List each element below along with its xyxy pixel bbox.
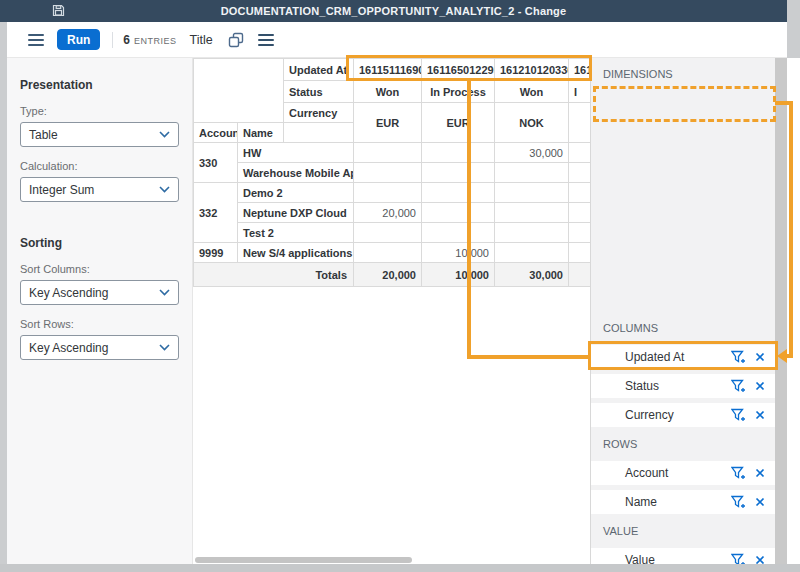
table-row: 332Demo 2 bbox=[194, 183, 591, 203]
field-item-value[interactable]: Value bbox=[591, 548, 775, 564]
pivot-header-value: In Process bbox=[422, 81, 495, 103]
calculation-select[interactable]: Integer Sum bbox=[20, 177, 179, 202]
add-filter-icon[interactable] bbox=[731, 408, 746, 422]
sort-columns-label: Sort Columns: bbox=[20, 263, 179, 275]
menu-icon[interactable] bbox=[28, 34, 44, 46]
title-toggle-button[interactable]: Title bbox=[190, 33, 213, 47]
pivot-totals-label: Totals bbox=[194, 263, 354, 287]
remove-icon[interactable] bbox=[755, 352, 765, 362]
drag-handle-icon[interactable] bbox=[601, 468, 615, 478]
remove-icon[interactable] bbox=[755, 555, 765, 564]
field-item-currency[interactable]: Currency bbox=[591, 403, 775, 427]
drag-handle-icon[interactable] bbox=[601, 497, 615, 507]
add-filter-icon[interactable] bbox=[731, 466, 746, 480]
pivot-value-cell bbox=[422, 223, 495, 243]
table-row: Warehouse Mobile Apps bbox=[194, 163, 591, 183]
pivot-value-cell: 30,000 bbox=[495, 143, 569, 163]
field-item-status[interactable]: Status bbox=[591, 374, 775, 398]
drag-handle-icon[interactable] bbox=[601, 410, 615, 420]
pivot-table-area: Updated At161151116901516116501229501612… bbox=[193, 58, 590, 564]
pivot-header-value: 1612101203303 bbox=[495, 59, 569, 81]
table-row: 330HW30,000 bbox=[194, 143, 591, 163]
entries-count: 6 bbox=[123, 33, 130, 47]
pivot-account-cell: 9999 bbox=[194, 243, 238, 263]
sort-rows-select[interactable]: Key Ascending bbox=[20, 335, 179, 360]
field-item-name[interactable]: Name bbox=[591, 490, 775, 514]
pivot-name-cell-test-2: Test 2 bbox=[238, 223, 354, 243]
field-item-label: Status bbox=[625, 379, 731, 393]
pivot-value-cell bbox=[422, 183, 495, 203]
entries-button[interactable]: 6 ENTRIES bbox=[123, 33, 176, 47]
remove-icon[interactable] bbox=[755, 468, 765, 478]
pivot-header-value: 1611511169015 bbox=[354, 59, 422, 81]
pivot-name-cell-new-s-4-applications: New S/4 applications bbox=[238, 243, 354, 263]
pivot-header-name: Name bbox=[238, 123, 284, 143]
pivot-header-label-updated-at: Updated At bbox=[284, 59, 354, 81]
overflow-menu-icon[interactable] bbox=[258, 34, 274, 46]
save-icon[interactable] bbox=[52, 4, 65, 19]
add-filter-icon[interactable] bbox=[731, 379, 746, 393]
table-row: Neptune DXP Cloud20,000 bbox=[194, 203, 591, 223]
window-title: DOCUMENTATION_CRM_OPPORTUNITY_ANALYTIC_2… bbox=[221, 5, 567, 17]
table-row: 9999New S/4 applications10,000 bbox=[194, 243, 591, 263]
toolbar: Run 6 ENTRIES Title bbox=[7, 22, 787, 58]
pivot-value-cell bbox=[569, 163, 591, 183]
pivot-value-cell bbox=[354, 163, 422, 183]
chevron-down-icon bbox=[159, 186, 170, 193]
add-filter-icon[interactable] bbox=[731, 495, 746, 509]
pivot-value-cell bbox=[495, 203, 569, 223]
pivot-totals-value: 20,000 bbox=[354, 263, 422, 287]
pivot-header-label-currency: Currency bbox=[284, 103, 354, 123]
add-filter-icon[interactable] bbox=[731, 350, 746, 364]
remove-icon[interactable] bbox=[755, 410, 765, 420]
pivot-name-cell-hw: HW bbox=[238, 143, 354, 163]
sort-columns-select[interactable]: Key Ascending bbox=[20, 280, 179, 305]
totals-row: Totals20,00010,00030,000 bbox=[194, 263, 591, 287]
pivot-name-cell-neptune-dxp-cloud: Neptune DXP Cloud bbox=[238, 203, 354, 223]
pivot-value-cell bbox=[422, 203, 495, 223]
entries-label: ENTRIES bbox=[134, 36, 177, 46]
copy-icon[interactable] bbox=[228, 32, 244, 48]
pivot-value-cell bbox=[495, 243, 569, 263]
pivot-totals-value: 10,000 bbox=[422, 263, 495, 287]
sort-rows-select-value: Key Ascending bbox=[29, 341, 108, 355]
drag-handle-icon[interactable] bbox=[601, 381, 615, 391]
pivot-value-cell bbox=[354, 243, 422, 263]
horizontal-scrollbar-thumb[interactable] bbox=[195, 557, 412, 563]
window-titlebar: DOCUMENTATION_CRM_OPPORTUNITY_ANALYTIC_2… bbox=[0, 0, 787, 22]
settings-panel: Presentation Type: Table Calculation: In… bbox=[7, 58, 193, 564]
remove-icon[interactable] bbox=[755, 497, 765, 507]
pivot-account-cell: 330 bbox=[194, 143, 238, 183]
field-item-updated-at[interactable]: Updated At bbox=[591, 345, 775, 369]
type-select[interactable]: Table bbox=[20, 122, 179, 147]
section-heading-columns: COLUMNS bbox=[591, 316, 775, 340]
pivot-value-cell: 20,000 bbox=[354, 203, 422, 223]
pivot-value-cell bbox=[569, 203, 591, 223]
pivot-value-cell bbox=[569, 223, 591, 243]
background-corner bbox=[787, 0, 800, 58]
section-heading-value: VALUE bbox=[591, 519, 775, 543]
add-filter-icon[interactable] bbox=[731, 553, 746, 564]
pivot-name-cell-demo-2: Demo 2 bbox=[238, 183, 354, 203]
pivot-value-cell bbox=[495, 223, 569, 243]
run-button[interactable]: Run bbox=[57, 29, 100, 50]
field-item-account[interactable]: Account bbox=[591, 461, 775, 485]
chevron-down-icon bbox=[159, 344, 170, 351]
pivot-value-cell: 10,000 bbox=[422, 243, 495, 263]
pivot-value-cell bbox=[354, 143, 422, 163]
pivot-header-value: 161 bbox=[569, 59, 591, 81]
calculation-select-value: Integer Sum bbox=[29, 183, 94, 197]
drag-handle-icon[interactable] bbox=[601, 352, 615, 362]
type-select-value: Table bbox=[29, 128, 58, 142]
field-item-label: Account bbox=[625, 466, 731, 480]
sort-columns-select-value: Key Ascending bbox=[29, 286, 108, 300]
panel-section-rows: ROWSAccountName bbox=[591, 432, 775, 514]
drag-handle-icon[interactable] bbox=[601, 555, 615, 564]
pivot-value-cell bbox=[354, 223, 422, 243]
pivot-header-value: EUR bbox=[354, 103, 422, 143]
remove-icon[interactable] bbox=[755, 381, 765, 391]
panel-scrollbar[interactable] bbox=[775, 58, 787, 564]
type-label: Type: bbox=[20, 105, 179, 117]
pivot-corner-empty bbox=[194, 59, 284, 123]
pivot-account-cell: 332 bbox=[194, 183, 238, 243]
